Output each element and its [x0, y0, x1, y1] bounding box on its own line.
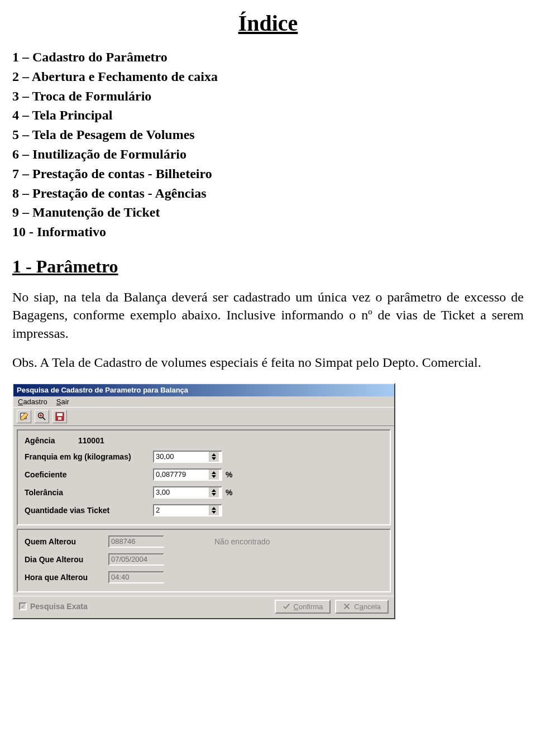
toolbar-zoom-button[interactable]	[35, 410, 49, 423]
zoom-icon	[37, 412, 46, 421]
input-wrap-hora	[108, 571, 164, 583]
input-wrap-tolerancia	[153, 486, 222, 499]
label-hora: Hora que Alterou	[25, 573, 108, 582]
label-agencia: Agência	[25, 436, 75, 445]
label-tolerancia: Tolerância	[25, 488, 153, 497]
input-wrap-quem	[108, 535, 164, 548]
input-franquia[interactable]	[154, 452, 209, 462]
menu-bar: Cadastro Sair	[13, 396, 394, 407]
dialog-window: Pesquisa de Cadastro de Parametro para B…	[12, 383, 395, 619]
pct-tolerancia: %	[226, 488, 232, 497]
label-franquia: Franquia em kg (kilogramas)	[25, 452, 153, 461]
input-tolerancia[interactable]	[154, 487, 209, 497]
page-title: Índice	[12, 10, 524, 36]
row-tolerancia: Tolerância %	[25, 486, 383, 499]
index-item: 6 – Inutilização de Formulário	[12, 145, 524, 164]
index-item: 5 – Tela de Pesagem de Volumes	[12, 125, 524, 145]
dialog-bottombar: ✓ Pesquisa Exata Confirma Cancela	[13, 596, 394, 618]
row-dia: Dia Que Alterou	[25, 553, 383, 566]
section-heading: 1 - Parâmetro	[12, 256, 524, 277]
cancel-icon	[343, 602, 351, 610]
index-item: 8 – Prestação de contas - Agências	[12, 184, 524, 203]
spinner-tolerancia[interactable]	[209, 487, 219, 497]
index-item: 1 – Cadastro do Parâmetro	[12, 47, 524, 67]
index-item: 3 – Troca de Formulário	[12, 87, 524, 106]
svg-line-2	[42, 417, 45, 420]
svg-rect-6	[57, 413, 63, 416]
index-item: 9 – Manutenção de Ticket	[12, 203, 524, 222]
label-qtd-vias: Quantidade vias Ticket	[25, 506, 153, 515]
row-quem: Quem Alterou Não encontrado	[25, 535, 383, 548]
index-item: 2 – Abertura e Fechamento de caixa	[12, 67, 524, 87]
index-item: 7 – Prestação de contas - Bilheteiro	[12, 164, 524, 184]
input-coeficiente[interactable]	[154, 470, 209, 480]
paragraph-note: Obs. A Tela de Cadastro de volumes espec…	[12, 353, 524, 371]
index-list: 1 – Cadastro do Parâmetro 2 – Abertura e…	[12, 47, 524, 242]
row-hora: Hora que Alterou	[25, 571, 383, 583]
check-icon	[283, 602, 290, 610]
spinner-qtd-vias[interactable]	[209, 505, 219, 515]
input-wrap-coeficiente	[153, 468, 222, 481]
toolbar	[13, 407, 394, 426]
cancela-button[interactable]: Cancela	[335, 600, 389, 614]
label-dia: Dia Que Alterou	[25, 555, 108, 564]
label-pesquisa-exata: Pesquisa Exata	[30, 602, 88, 611]
svg-rect-7	[58, 417, 61, 420]
spinner-franquia[interactable]	[209, 452, 219, 462]
status-not-found: Não encontrado	[214, 537, 270, 546]
index-item: 10 - Informativo	[12, 222, 524, 242]
input-qtd-vias[interactable]	[154, 505, 209, 515]
input-wrap-qtd-vias	[153, 504, 222, 516]
edit-icon	[20, 412, 28, 421]
form-panel-main: Agência 110001 Franquia em kg (kilograma…	[17, 429, 391, 525]
input-hora	[109, 572, 164, 582]
paragraph-body: No siap, na tela da Balança deverá ser c…	[12, 288, 524, 342]
value-agencia: 110001	[78, 436, 104, 445]
label-coeficiente: Coeficiente	[25, 470, 153, 479]
dialog-titlebar: Pesquisa de Cadastro de Parametro para B…	[13, 384, 394, 396]
pct-coeficiente: %	[226, 470, 232, 479]
row-qtd-vias: Quantidade vias Ticket	[25, 504, 383, 516]
checkbox-pesquisa-exata[interactable]: ✓	[19, 602, 27, 610]
menu-sair[interactable]: Sair	[56, 398, 69, 406]
label-quem: Quem Alterou	[25, 537, 108, 546]
input-quem	[109, 537, 164, 547]
row-franquia: Franquia em kg (kilogramas)	[25, 451, 383, 463]
toolbar-save-button[interactable]	[52, 410, 67, 423]
input-wrap-franquia	[153, 451, 222, 463]
index-item: 4 – Tela Principal	[12, 106, 524, 125]
spinner-coeficiente[interactable]	[209, 470, 219, 480]
input-dia	[109, 554, 164, 564]
row-coeficiente: Coeficiente %	[25, 468, 383, 481]
save-icon	[55, 412, 64, 421]
menu-cadastro[interactable]: Cadastro	[18, 398, 47, 406]
toolbar-edit-button[interactable]	[17, 410, 31, 423]
form-panel-audit: Quem Alterou Não encontrado Dia Que Alte…	[17, 529, 391, 592]
input-wrap-dia	[108, 553, 164, 566]
row-agencia: Agência 110001	[25, 436, 383, 445]
confirma-button[interactable]: Confirma	[275, 600, 331, 614]
